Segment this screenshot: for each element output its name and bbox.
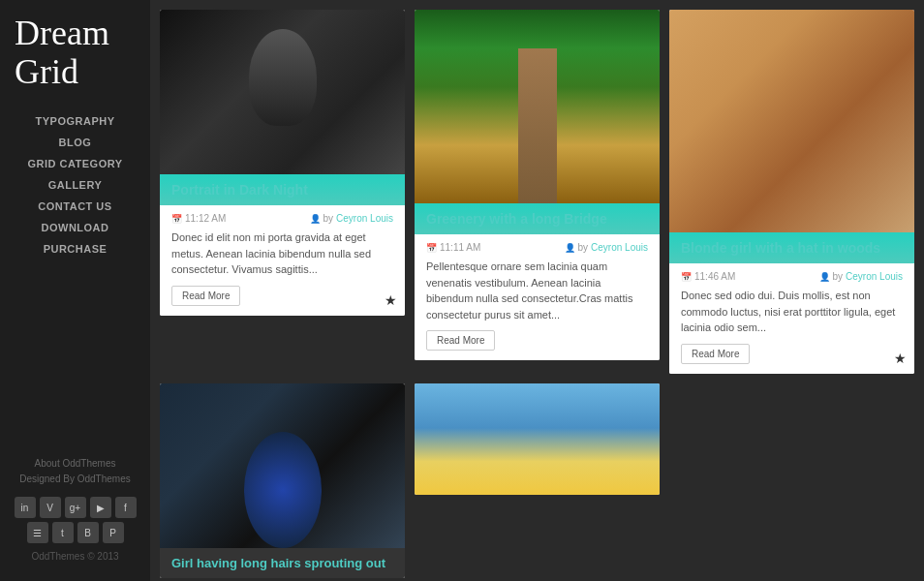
card-beach-image: [415, 383, 660, 495]
card-portrait-image: [160, 10, 405, 174]
site-logo[interactable]: Dream Grid: [0, 15, 150, 110]
sidebar-item-contact-us[interactable]: CONTACT US: [0, 196, 150, 217]
user-icon3: 👤: [819, 272, 830, 282]
card-hair-header: Girl having long hairs sprouting out: [160, 548, 405, 578]
youtube-icon[interactable]: ▶: [90, 497, 111, 518]
card-hair-title: Girl having long hairs sprouting out: [171, 556, 393, 570]
google-plus-icon[interactable]: g+: [65, 497, 86, 518]
card-portrait-read-more[interactable]: Read More: [171, 286, 240, 306]
sidebar-item-grid-category[interactable]: GRID CATEGORY: [0, 153, 150, 174]
card-grid: Portrait in Dark Night 📅 11:12 AM 👤 by C…: [160, 10, 914, 578]
card-blonde-title: Blonde girl with a hat in woods: [681, 240, 903, 256]
card-hair-image: [160, 383, 405, 548]
by-label2: by: [578, 242, 589, 253]
user-icon: 👤: [310, 214, 321, 224]
user-icon2: 👤: [565, 243, 575, 253]
sidebar-footer: About OddThemes Designed By OddThemes in…: [0, 446, 150, 571]
card-blonde-time: 📅 11:46 AM: [681, 271, 735, 282]
rss-icon[interactable]: ☰: [27, 522, 48, 543]
sidebar-item-blog[interactable]: BLOG: [0, 132, 150, 153]
pinterest-icon[interactable]: P: [103, 522, 124, 543]
sidebar: Dream Grid TYPOGRAPHYBLOGGRID CATEGORYGA…: [0, 0, 150, 581]
card-portrait-title: Portrait in Dark Night: [171, 182, 393, 198]
card-bridge-meta: 📅 11:11 AM 👤 by Ceyron Louis: [426, 242, 648, 253]
card-blonde-read-more[interactable]: Read More: [681, 344, 750, 364]
card-bridge: Greenery with a long Bridge 📅 11:11 AM 👤…: [415, 10, 660, 360]
card-bridge-read-more[interactable]: Read More: [426, 330, 495, 351]
sidebar-item-typography[interactable]: TYPOGRAPHY: [0, 110, 150, 132]
card-blonde-meta: 📅 11:46 AM 👤 by Ceyron Louis: [681, 271, 903, 282]
card-bridge-body: 📅 11:11 AM 👤 by Ceyron Louis Pellentesqu…: [415, 234, 660, 360]
card-portrait-author: 👤 by Ceyron Louis: [310, 213, 393, 224]
card-blonde-image: [669, 10, 914, 232]
blogger-icon[interactable]: B: [77, 522, 99, 543]
card-blonde-author-link[interactable]: Ceyron Louis: [846, 271, 903, 282]
card-portrait-text: Donec id elit non mi porta gravida at eg…: [171, 229, 393, 278]
sidebar-item-download[interactable]: DOWNLOAD: [0, 217, 150, 238]
card-bridge-header: Greenery with a long Bridge: [415, 203, 660, 234]
card-portrait-star: ★: [385, 292, 397, 308]
card-portrait-body: 📅 11:12 AM 👤 by Ceyron Louis Donec id el…: [160, 205, 405, 316]
card-blonde-time-value: 11:46 AM: [694, 271, 735, 282]
facebook-icon[interactable]: f: [115, 497, 137, 518]
card-portrait-meta: 📅 11:12 AM 👤 by Ceyron Louis: [171, 213, 393, 224]
calendar-icon2: 📅: [426, 243, 437, 253]
copyright: OddThemes © 2013: [0, 551, 150, 562]
by-label3: by: [833, 271, 844, 282]
card-portrait-time-value: 11:12 AM: [185, 213, 226, 224]
card-portrait: Portrait in Dark Night 📅 11:12 AM 👤 by C…: [160, 10, 405, 316]
card-blonde-text: Donec sed odio dui. Duis mollis, est non…: [681, 288, 903, 336]
linkedin-icon[interactable]: in: [15, 497, 36, 518]
by-label: by: [323, 213, 334, 224]
calendar-icon3: 📅: [681, 272, 692, 282]
card-portrait-header: Portrait in Dark Night: [160, 174, 405, 205]
sidebar-item-gallery[interactable]: GALLERY: [0, 174, 150, 196]
card-blonde-header: Blonde girl with a hat in woods: [669, 232, 914, 263]
card-blonde-author: 👤 by Ceyron Louis: [819, 271, 903, 282]
card-bridge-author: 👤 by Ceyron Louis: [565, 242, 648, 253]
sidebar-item-purchase[interactable]: PURCHASE: [0, 238, 150, 260]
designed-label: Designed By OddThemes: [19, 474, 131, 484]
main-content: Portrait in Dark Night 📅 11:12 AM 👤 by C…: [150, 0, 924, 581]
logo-line1: Dream: [15, 14, 109, 52]
about-label: About OddThemes: [35, 458, 116, 469]
calendar-icon: 📅: [171, 214, 182, 224]
tumblr-icon[interactable]: t: [52, 522, 74, 543]
card-portrait-time: 📅 11:12 AM: [171, 213, 226, 224]
card-bridge-title: Greenery with a long Bridge: [426, 211, 648, 227]
card-portrait-author-link[interactable]: Ceyron Louis: [336, 213, 393, 224]
card-blonde: Blonde girl with a hat in woods 📅 11:46 …: [669, 10, 914, 374]
social-icons-container: in V g+ ▶ f ☰ t B P: [10, 497, 140, 543]
card-hair: Girl having long hairs sprouting out: [160, 383, 405, 578]
card-beach: [415, 383, 660, 495]
card-bridge-text: Pellentesque ornare sem lacinia quam ven…: [426, 259, 648, 322]
about-text: About OddThemes Designed By OddThemes: [0, 456, 150, 487]
sidebar-nav: TYPOGRAPHYBLOGGRID CATEGORYGALLERYCONTAC…: [0, 110, 150, 260]
card-bridge-image: [415, 10, 660, 203]
vimeo-icon[interactable]: V: [40, 497, 61, 518]
logo-line2: Grid: [15, 52, 78, 91]
card-bridge-author-link[interactable]: Ceyron Louis: [591, 242, 648, 253]
card-blonde-star: ★: [894, 351, 907, 366]
card-bridge-time-value: 11:11 AM: [440, 242, 480, 253]
card-blonde-body: 📅 11:46 AM 👤 by Ceyron Louis Donec sed o…: [669, 263, 914, 374]
card-bridge-time: 📅 11:11 AM: [426, 242, 480, 253]
